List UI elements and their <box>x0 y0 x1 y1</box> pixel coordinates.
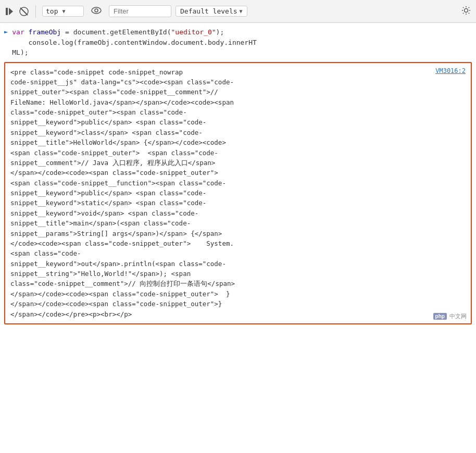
svg-rect-0 <box>6 8 8 15</box>
expression-text: var frameObj = document.getElementById("… <box>12 27 257 58</box>
php-badge: php <box>433 313 447 320</box>
console-output-box: VM3016:2 <pre class="code-snippet code-s… <box>4 62 472 324</box>
svg-point-4 <box>92 7 101 14</box>
svg-marker-1 <box>9 8 13 15</box>
filter-input[interactable] <box>109 5 171 17</box>
svg-point-6 <box>465 8 468 12</box>
console-area: ► var frameObj = document.getElementById… <box>0 23 476 331</box>
expand-arrow[interactable]: ► <box>4 28 8 35</box>
vm-link[interactable]: VM3016:2 <box>435 67 466 74</box>
svg-line-3 <box>20 8 28 15</box>
context-selector[interactable]: top ▼ <box>42 6 84 17</box>
levels-dropdown[interactable]: Default levels ▼ <box>176 6 247 17</box>
play-icon[interactable] <box>4 6 15 17</box>
php-watermark: php 中文网 <box>433 312 467 320</box>
svg-point-5 <box>95 9 98 12</box>
separator-1 <box>35 5 36 18</box>
console-expression: ► var frameObj = document.getElementById… <box>0 25 476 60</box>
output-text: <pre class="code-snippet code-snippet_no… <box>10 67 466 319</box>
eye-icon[interactable] <box>88 5 105 17</box>
gear-icon[interactable] <box>460 5 472 18</box>
php-site: 中文网 <box>449 313 467 319</box>
context-label: top <box>46 7 58 15</box>
devtools-toolbar: top ▼ Default levels ▼ <box>0 0 476 23</box>
stop-icon[interactable] <box>19 6 29 17</box>
levels-arrow: ▼ <box>240 8 243 14</box>
levels-label: Default levels <box>180 7 237 15</box>
context-arrow: ▼ <box>62 8 65 14</box>
